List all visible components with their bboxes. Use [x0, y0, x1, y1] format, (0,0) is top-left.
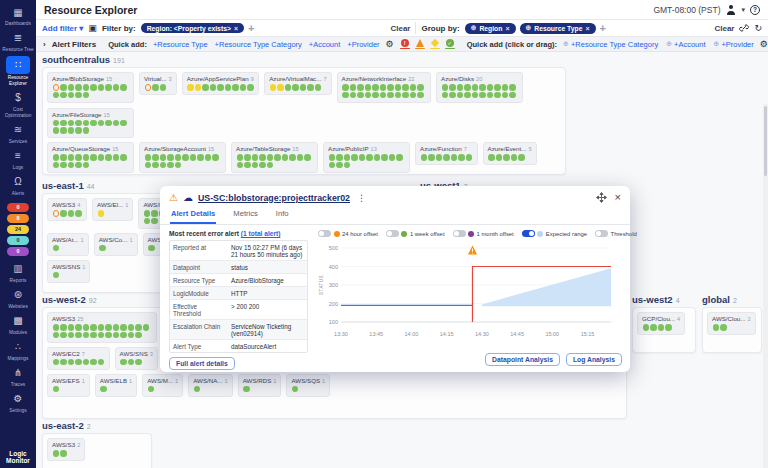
- healthy-dot[interactable]: [68, 127, 75, 134]
- healthy-dot[interactable]: [421, 154, 428, 161]
- warning-dot[interactable]: [277, 84, 284, 91]
- quick-add-drag-link[interactable]: ⊕+Account: [666, 40, 705, 49]
- chevron-down-icon[interactable]: ▾: [741, 6, 745, 14]
- remove-pill-icon[interactable]: ×: [585, 25, 589, 32]
- alerting-dot[interactable]: [53, 84, 60, 91]
- resource-tile[interactable]: AWS/S32: [47, 438, 85, 461]
- resource-tile[interactable]: AWS/SNS1: [47, 260, 90, 283]
- healthy-dot[interactable]: [60, 84, 67, 91]
- toggle-switch[interactable]: [453, 230, 466, 237]
- toggle-threshold[interactable]: Threshold: [595, 230, 637, 237]
- healthy-dot[interactable]: [75, 127, 82, 134]
- healthy-dot[interactable]: [60, 154, 67, 161]
- healthy-dot[interactable]: [464, 92, 471, 99]
- alert-filters-chevron-icon[interactable]: ›: [43, 40, 46, 49]
- filter-pill[interactable]: ⊕Resource Type×: [520, 23, 596, 34]
- resource-tile[interactable]: AWS/Co...1: [94, 233, 138, 256]
- remove-pill-icon[interactable]: ×: [505, 25, 509, 32]
- healthy-dot[interactable]: [350, 84, 357, 91]
- healthy-dot[interactable]: [83, 154, 90, 161]
- alerting-dot[interactable]: [145, 84, 152, 91]
- resource-tile[interactable]: Azure/Event...5: [483, 142, 537, 165]
- move-icon[interactable]: [596, 192, 607, 203]
- filter-pill[interactable]: Region: <Property exists>×: [141, 23, 244, 33]
- healthy-dot[interactable]: [83, 359, 90, 366]
- healthy-dot[interactable]: [90, 120, 97, 127]
- healthy-dot[interactable]: [83, 84, 90, 91]
- healthy-dot[interactable]: [244, 162, 251, 169]
- healthy-dot[interactable]: [98, 359, 105, 366]
- refresh-icon[interactable]: ↻: [754, 24, 762, 33]
- healthy-dot[interactable]: [120, 359, 127, 366]
- sidebar-item-settings[interactable]: ⚙Settings: [0, 391, 36, 414]
- alert-count-badge[interactable]: 0: [7, 247, 29, 256]
- healthy-dot[interactable]: [75, 359, 82, 366]
- healthy-dot[interactable]: [267, 154, 274, 161]
- healthy-dot[interactable]: [53, 324, 60, 331]
- healthy-dot[interactable]: [443, 154, 450, 161]
- resource-tile[interactable]: Azure/StorageAccount15: [139, 142, 226, 173]
- resource-tile[interactable]: Azure/Disks20: [436, 72, 523, 103]
- healthy-dot[interactable]: [509, 84, 516, 91]
- resource-tile[interactable]: AWS/Clou...2: [707, 312, 756, 335]
- add-group-button[interactable]: +: [600, 23, 606, 34]
- resource-tile[interactable]: GCP/Clou...4: [637, 312, 685, 335]
- healthy-dot[interactable]: [182, 154, 189, 161]
- scrollbar[interactable]: [763, 104, 768, 468]
- healthy-dot[interactable]: [68, 162, 75, 169]
- healthy-dot[interactable]: [148, 386, 155, 393]
- healthy-dot[interactable]: [410, 84, 417, 91]
- toggle-switch[interactable]: [595, 230, 608, 237]
- healthy-dot[interactable]: [292, 386, 299, 393]
- resource-tile[interactable]: AWS/ELB1: [95, 374, 137, 397]
- healthy-dot[interactable]: [232, 84, 239, 91]
- healthy-dot[interactable]: [359, 154, 366, 161]
- healthy-dot[interactable]: [240, 84, 247, 91]
- healthy-dot[interactable]: [53, 127, 60, 134]
- clear-filters-button[interactable]: Clear: [390, 24, 410, 33]
- healthy-dot[interactable]: [113, 84, 120, 91]
- help-icon[interactable]: ?: [750, 5, 760, 15]
- healthy-dot[interactable]: [145, 162, 152, 169]
- healthy-dot[interactable]: [100, 386, 107, 393]
- healthy-dot[interactable]: [68, 210, 75, 217]
- healthy-dot[interactable]: [472, 92, 479, 99]
- healthy-dot[interactable]: [83, 162, 90, 169]
- healthy-dot[interactable]: [244, 154, 251, 161]
- healthy-dot[interactable]: [128, 359, 135, 366]
- healthy-dot[interactable]: [83, 92, 90, 99]
- healthy-dot[interactable]: [252, 162, 259, 169]
- resource-tile[interactable]: AWS/EFS1: [47, 374, 90, 397]
- healthy-dot[interactable]: [365, 84, 372, 91]
- healthy-dot[interactable]: [518, 154, 525, 161]
- healthy-dot[interactable]: [479, 92, 486, 99]
- toggle-expected-range[interactable]: Expected range: [522, 230, 587, 237]
- close-icon[interactable]: ×: [615, 192, 621, 203]
- healthy-dot[interactable]: [53, 359, 60, 366]
- healthy-dot[interactable]: [75, 162, 82, 169]
- healthy-dot[interactable]: [479, 84, 486, 91]
- healthy-dot[interactable]: [60, 332, 67, 339]
- quick-add-link[interactable]: +Resource Type: [153, 40, 208, 49]
- resource-tile[interactable]: Azure/FileStorage15: [47, 108, 134, 139]
- healthy-dot[interactable]: [357, 84, 364, 91]
- healthy-dot[interactable]: [402, 84, 409, 91]
- resource-tile[interactable]: Azure/PublicIP13: [323, 142, 410, 173]
- resource-tile[interactable]: Azure/AppServicePlan9: [182, 72, 260, 95]
- healthy-dot[interactable]: [329, 154, 336, 161]
- healthy-dot[interactable]: [68, 92, 75, 99]
- healthy-dot[interactable]: [53, 272, 60, 279]
- healthy-dot[interactable]: [75, 154, 82, 161]
- healthy-dot[interactable]: [75, 84, 82, 91]
- resource-tile[interactable]: Virtual...3: [139, 72, 177, 95]
- resource-tile[interactable]: AWS/SNS3: [115, 347, 158, 370]
- healthy-dot[interactable]: [53, 450, 60, 457]
- resource-tile[interactable]: Azure/BlobStorage15: [47, 72, 134, 103]
- healthy-dot[interactable]: [304, 154, 311, 161]
- healthy-dot[interactable]: [344, 162, 351, 169]
- healthy-dot[interactable]: [113, 332, 120, 339]
- severity-warning-icon[interactable]: [430, 39, 440, 50]
- healthy-dot[interactable]: [372, 84, 379, 91]
- healthy-dot[interactable]: [152, 154, 159, 161]
- healthy-dot[interactable]: [442, 92, 449, 99]
